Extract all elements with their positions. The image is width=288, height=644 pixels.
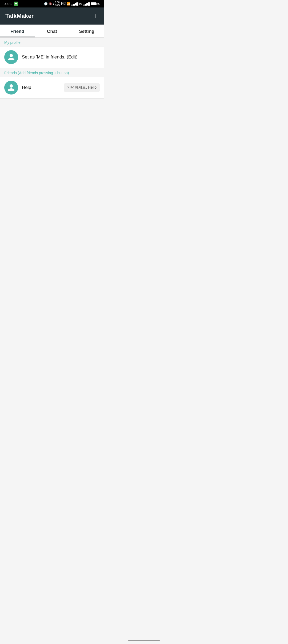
- 5g-icon: 5G: [79, 2, 82, 5]
- bluetooth-icon: ☇: [53, 2, 54, 5]
- signal-5g-bars: ▂▄▆█: [83, 2, 90, 5]
- wifi-icon: 📶: [67, 2, 70, 6]
- friend-help-name: Help: [22, 85, 60, 90]
- battery-icon: [91, 2, 97, 5]
- app-header: TalkMaker +: [0, 7, 104, 25]
- tab-friend[interactable]: Friend: [0, 25, 35, 37]
- battery-level: 99: [97, 2, 100, 5]
- content: My profile Set as 'ME' in friends. (Edit…: [0, 38, 104, 99]
- add-button[interactable]: +: [92, 11, 99, 21]
- network-speed: 9.00KB/S: [55, 1, 61, 6]
- app-title: TalkMaker: [5, 13, 34, 19]
- friends-section-header: Friends (Add friends pressing + button): [0, 68, 104, 77]
- alarm-icon: 🕐: [44, 2, 48, 6]
- person-icon: [7, 53, 15, 61]
- tab-bar: Friend Chat Setting: [0, 25, 104, 38]
- my-profile-item[interactable]: Set as 'ME' in friends. (Edit): [0, 46, 104, 68]
- friend-help-avatar: [4, 81, 18, 95]
- my-profile-section-header: My profile: [0, 38, 104, 46]
- tab-setting[interactable]: Setting: [69, 25, 104, 37]
- status-time: 09:32: [4, 2, 13, 6]
- divider-4: [0, 98, 104, 99]
- status-bar: 09:32 🕐 🔇 ☇ 9.00KB/S HD 📶 ▂▄▆█ 5G ▂▄▆█ 9…: [0, 0, 104, 7]
- friend-item-help[interactable]: Help 안녕하세요. Hello: [0, 77, 104, 98]
- tab-chat[interactable]: Chat: [35, 25, 69, 37]
- status-bar-right: 🕐 🔇 ☇ 9.00KB/S HD 📶 ▂▄▆█ 5G ▂▄▆█ 99: [44, 1, 100, 6]
- my-profile-text: Set as 'ME' in friends. (Edit): [22, 54, 100, 60]
- hd-badge: HD: [61, 2, 66, 5]
- chat-notification-icon: [14, 2, 18, 6]
- person-icon-help: [7, 84, 15, 92]
- friend-help-message: 안녕하세요. Hello: [64, 83, 100, 92]
- signal-icon: ▂▄▆█: [71, 2, 78, 5]
- my-profile-avatar: [4, 50, 18, 64]
- status-bar-left: 09:32: [4, 2, 18, 6]
- mute-icon: 🔇: [49, 2, 52, 5]
